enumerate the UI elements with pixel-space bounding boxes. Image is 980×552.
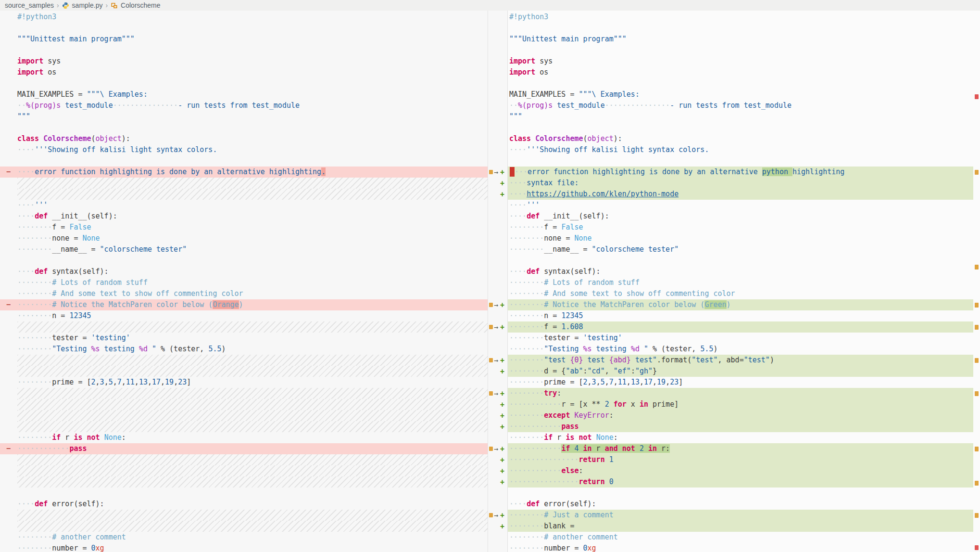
revert-arrow-icon[interactable]: →	[494, 356, 498, 365]
code-line[interactable]	[0, 388, 488, 399]
code-line[interactable]: class Colorscheme(object):	[508, 133, 973, 144]
added-line-marker[interactable]: +	[500, 478, 504, 487]
code-line[interactable]	[0, 45, 488, 56]
code-line[interactable]: ········__name__ = "colorscheme tester"	[0, 244, 488, 255]
revert-arrow-icon[interactable]: →	[494, 323, 498, 332]
code-line[interactable]: −····error function highlighting is done…	[0, 167, 488, 178]
code-line[interactable]	[0, 355, 488, 366]
code-line[interactable]	[0, 465, 488, 476]
code-line[interactable]: ····'''Showing off kalisi light syntax c…	[0, 144, 488, 155]
code-line[interactable]: #!python3	[0, 12, 488, 23]
code-line[interactable]: ············if 4 in r and not 2 in r:	[508, 443, 973, 454]
code-line[interactable]: ····syntax file:	[508, 178, 973, 189]
code-line[interactable]: ········# Just a comment	[508, 510, 973, 521]
code-line[interactable]	[508, 122, 973, 133]
added-line-marker[interactable]: +	[500, 190, 504, 199]
code-line[interactable]: ········f = False	[508, 222, 973, 233]
code-line[interactable]	[0, 366, 488, 377]
code-line[interactable]: ····def error(self):	[508, 499, 973, 510]
added-line-marker[interactable]: +	[500, 522, 504, 531]
code-line[interactable]: ········except KeyError:	[508, 410, 973, 421]
code-line[interactable]: ········"Testing %s testing %d " % (test…	[508, 344, 973, 355]
code-line[interactable]: ············pass	[508, 421, 973, 432]
code-line[interactable]: ········# Lots of random stuff	[0, 277, 488, 288]
added-line-marker[interactable]: +	[500, 356, 504, 365]
code-line[interactable]	[0, 155, 488, 167]
revert-arrow-icon[interactable]: →	[494, 301, 498, 309]
modified-editor[interactable]: #!python3"""Unittest main program"""impo…	[507, 11, 980, 552]
code-line[interactable]: ··%(prog)s test_module···············- r…	[508, 100, 973, 111]
code-line[interactable]	[0, 189, 488, 200]
code-line[interactable]: ········if r is not None:	[508, 432, 973, 443]
code-line[interactable]: ················return 0	[508, 476, 973, 488]
code-line[interactable]: ········tester = 'testing'	[508, 333, 973, 344]
code-line[interactable]: −············pass	[0, 443, 488, 454]
revert-arrow-icon[interactable]: →	[494, 511, 498, 520]
code-line[interactable]: ········__name__ = "colorscheme tester"	[508, 244, 973, 255]
code-line[interactable]	[0, 510, 488, 521]
code-line[interactable]: ········# another comment	[0, 532, 488, 543]
added-line-marker[interactable]: +	[500, 367, 504, 376]
code-line[interactable]	[0, 178, 488, 189]
code-line[interactable]: ····def __init__(self):	[508, 211, 973, 222]
code-line[interactable]: ········"Testing %s testing %d " % (test…	[0, 344, 488, 355]
left-overview-ruler[interactable]	[489, 11, 493, 552]
code-line[interactable]	[0, 454, 488, 465]
code-line[interactable]: ········none = None	[0, 233, 488, 244]
code-line[interactable]: ········# another comment	[508, 532, 973, 543]
code-line[interactable]: #!python3	[508, 12, 973, 23]
code-line[interactable]: ············else:	[508, 465, 973, 476]
code-line[interactable]: ········number = 0xg	[0, 543, 488, 552]
added-line-marker[interactable]: +	[500, 423, 504, 431]
code-line[interactable]	[508, 78, 973, 89]
code-line[interactable]: ········try:	[508, 388, 973, 399]
breadcrumb-item-file[interactable]: sample.py	[72, 1, 103, 9]
code-line[interactable]: """	[0, 111, 488, 122]
code-line[interactable]: −········# Notice the MatchParen color b…	[0, 299, 488, 310]
added-line-marker[interactable]: +	[500, 467, 504, 475]
code-line[interactable]	[0, 122, 488, 133]
code-line[interactable]	[0, 521, 488, 532]
code-line[interactable]: """Unittest main program"""	[0, 34, 488, 45]
code-line[interactable]: """Unittest main program"""	[508, 34, 973, 45]
added-line-marker[interactable]: +	[500, 389, 504, 398]
code-line[interactable]: import os	[0, 67, 488, 78]
code-line[interactable]	[0, 255, 488, 266]
code-line[interactable]: ··%(prog)s test_module···············- r…	[0, 100, 488, 111]
code-line[interactable]: ················return 1	[508, 454, 973, 465]
added-line-marker[interactable]: +	[500, 445, 504, 453]
code-line[interactable]	[508, 23, 973, 34]
code-line[interactable]	[0, 399, 488, 410]
added-line-marker[interactable]: +	[500, 301, 504, 309]
code-line[interactable]: MAIN_EXAMPLES = """\ Examples:	[508, 89, 973, 100]
code-line[interactable]	[508, 155, 973, 167]
code-line[interactable]	[508, 488, 973, 499]
code-line[interactable]: ········blank =	[508, 521, 973, 532]
code-line[interactable]	[0, 488, 488, 499]
added-line-marker[interactable]: +	[500, 456, 504, 464]
code-line[interactable]: ········# Notice the MatchParen color be…	[508, 299, 973, 310]
code-line[interactable]: ········if r is not None:	[0, 432, 488, 443]
code-line[interactable]	[508, 45, 973, 56]
code-line[interactable]	[0, 321, 488, 333]
added-line-marker[interactable]: +	[500, 511, 504, 520]
breadcrumb-item-folder[interactable]: source_samples	[5, 1, 54, 9]
added-line-marker[interactable]: +	[500, 411, 504, 420]
code-line[interactable]: ············r = [x ** 2 for x in prime]	[508, 399, 973, 410]
code-line[interactable]: ····def syntax(self):	[0, 266, 488, 277]
code-line[interactable]: ········d = {"ab":"cd", "ef":"gh"}	[508, 366, 973, 377]
code-line[interactable]: ····def syntax(self):	[508, 266, 973, 277]
added-line-marker[interactable]: +	[500, 179, 504, 188]
code-line[interactable]: ········n = 12345	[0, 310, 488, 321]
code-line[interactable]	[0, 421, 488, 432]
code-line[interactable]: ····'''	[0, 200, 488, 211]
code-line[interactable]: ········number = 0xg	[508, 543, 973, 552]
added-line-marker[interactable]: +	[500, 400, 504, 409]
code-line[interactable]: import os	[508, 67, 973, 78]
code-line[interactable]: class Colorscheme(object):	[0, 133, 488, 144]
added-line-marker[interactable]: +	[500, 168, 504, 177]
code-line[interactable]: ········# And some text to show off comm…	[508, 288, 973, 299]
code-line[interactable]: ········prime = [2,3,5,7,11,13,17,19,23]	[508, 377, 973, 388]
original-editor[interactable]: #!python3"""Unittest main program"""impo…	[0, 11, 488, 552]
code-line[interactable]: ····'''	[508, 200, 973, 211]
